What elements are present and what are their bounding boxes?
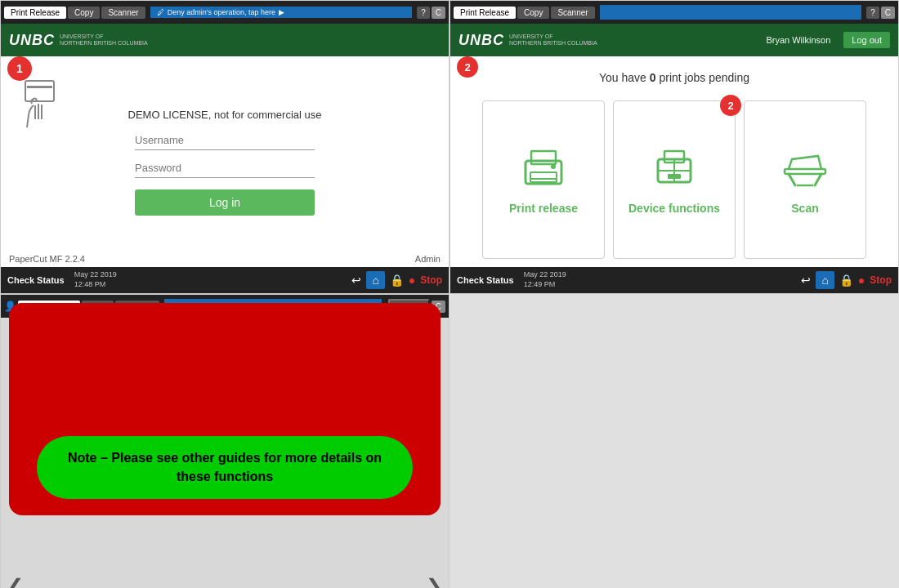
- login-button[interactable]: Log in: [135, 189, 315, 216]
- back-btn-2[interactable]: ↩: [801, 274, 811, 287]
- tab-copy-2[interactable]: Copy: [517, 7, 549, 19]
- top-bar-pending: Print Release Copy Scanner ? C: [450, 1, 898, 24]
- demo-license-text: DEMO LICENSE, not for commercial use: [128, 109, 322, 121]
- stop-label-2[interactable]: Stop: [870, 274, 892, 286]
- svg-rect-12: [785, 169, 825, 174]
- corner-btn-1[interactable]: C: [432, 7, 445, 19]
- note-text: Note – Please see other guides for more …: [68, 451, 382, 483]
- notify-text: Deny admin's operation, tap here: [168, 8, 275, 16]
- svg-rect-4: [530, 172, 557, 179]
- panel-login: Print Release Copy Scanner 🖊 Deny admin'…: [0, 0, 450, 294]
- nav-prev-btn[interactable]: ❮: [4, 572, 27, 588]
- tab-print-release-1[interactable]: Print Release: [4, 7, 66, 19]
- unbc-logo-text-1: UNBC: [9, 32, 55, 49]
- top-bar-login: Print Release Copy Scanner 🖊 Deny admin'…: [1, 1, 449, 24]
- svg-point-5: [551, 164, 556, 169]
- svg-rect-1: [27, 86, 52, 88]
- password-input[interactable]: [135, 158, 315, 178]
- card-swipe-icon: [17, 74, 66, 135]
- login-form-area: DEMO LICENSE, not for commercial use Log…: [1, 56, 449, 267]
- pending-message: You have 0 print jobs pending: [450, 63, 898, 92]
- admin-label: Admin: [415, 254, 441, 264]
- logout-btn-bottom[interactable]: Log out: [843, 32, 890, 48]
- panel-pending: Print Release Copy Scanner ? C UNBC UNIV…: [450, 0, 899, 294]
- login-form: Log in: [135, 131, 315, 216]
- question-btn[interactable]: ?: [417, 7, 430, 19]
- unbc-logo-1: UNBC UNIVERSITY OFNORTHERN BRITISH COLUM…: [9, 32, 148, 49]
- unbc-logo-sub-2: UNIVERSITY OFNORTHERN BRITISH COLUMBIA: [509, 33, 597, 47]
- power-btn-2[interactable]: ●: [858, 274, 865, 287]
- print-release-label: Print release: [509, 202, 578, 215]
- step-2-badge: 2: [457, 56, 478, 78]
- svg-rect-6: [530, 179, 557, 182]
- tab-print-release-2[interactable]: Print Release: [454, 7, 516, 19]
- svg-rect-11: [668, 174, 681, 179]
- papercut-version: PaperCut MF 2.2.4: [9, 254, 85, 264]
- status-datetime-1: May 22 2019 12:48 PM: [74, 270, 117, 289]
- svg-rect-3: [531, 151, 556, 164]
- device-functions-label: Device functions: [628, 202, 720, 215]
- username-display: Bryan Wilkinson: [766, 35, 830, 45]
- unbc-logo-text-2: UNBC: [458, 32, 504, 49]
- status-icons-2: ↩ ⌂ 🔒 ● Stop: [801, 271, 892, 289]
- notify-icon: 🖊: [157, 8, 164, 16]
- unbc-logo-2: UNBC UNIVERSITY OFNORTHERN BRITISH COLUM…: [458, 32, 597, 49]
- notify-bar[interactable]: 🖊 Deny admin's operation, tap here ▶: [150, 7, 413, 18]
- home-btn-1[interactable]: ⌂: [366, 271, 384, 289]
- device-functions-card[interactable]: 2 Device functions: [613, 100, 736, 259]
- unbc-logo-sub-1: UNIVERSITY OFNORTHERN BRITISH COLUMBIA: [60, 33, 148, 47]
- status-bar-1: Check Status May 22 2019 12:48 PM ↩ ⌂ 🔒 …: [1, 267, 449, 293]
- corner-btn-2[interactable]: C: [881, 7, 895, 19]
- red-overlay: Note – Please see other guides for more …: [9, 303, 441, 515]
- status-bar-2: Check Status May 22 2019 12:49 PM ↩ ⌂ 🔒 …: [450, 267, 898, 293]
- print-release-card[interactable]: Print release: [482, 100, 605, 259]
- nav-next-btn[interactable]: ❯: [423, 572, 445, 588]
- note-bubble: Note – Please see other guides for more …: [37, 436, 413, 499]
- status-datetime-2: May 22 2019 12:49 PM: [524, 270, 566, 289]
- tab-copy-1[interactable]: Copy: [68, 7, 100, 19]
- panel-right: Note – Please see other guides for more …: [0, 294, 450, 588]
- question-btn-2[interactable]: ?: [866, 7, 879, 19]
- check-status-2[interactable]: Check Status: [457, 275, 514, 285]
- status-icons-1: ↩ ⌂ 🔒 ● Stop: [351, 271, 442, 289]
- lock-btn-2[interactable]: 🔒: [839, 274, 853, 287]
- unbc-header-2: UNBC UNIVERSITY OFNORTHERN BRITISH COLUM…: [450, 24, 898, 56]
- username-input[interactable]: [135, 131, 315, 150]
- svg-rect-0: [25, 81, 54, 101]
- scan-card[interactable]: Scan: [744, 100, 866, 259]
- step-2-card-badge: 2: [720, 95, 741, 116]
- check-status-1[interactable]: Check Status: [7, 275, 65, 285]
- scan-label: Scan: [791, 202, 818, 215]
- tab-scanner-2[interactable]: Scanner: [551, 7, 594, 19]
- power-btn-1[interactable]: ●: [409, 274, 415, 287]
- function-cards: Print release 2 Device functions S: [450, 92, 898, 267]
- home-btn-2[interactable]: ⌂: [816, 271, 834, 289]
- unbc-header-1: UNBC UNIVERSITY OFNORTHERN BRITISH COLUM…: [1, 24, 449, 56]
- back-btn-1[interactable]: ↩: [351, 274, 361, 287]
- notify-arrow: ▶: [279, 8, 284, 16]
- tab-scanner-1[interactable]: Scanner: [101, 7, 145, 19]
- lock-btn-1[interactable]: 🔒: [390, 274, 404, 287]
- user-area: Bryan Wilkinson Log out: [766, 32, 890, 48]
- stop-label-1[interactable]: Stop: [420, 274, 442, 286]
